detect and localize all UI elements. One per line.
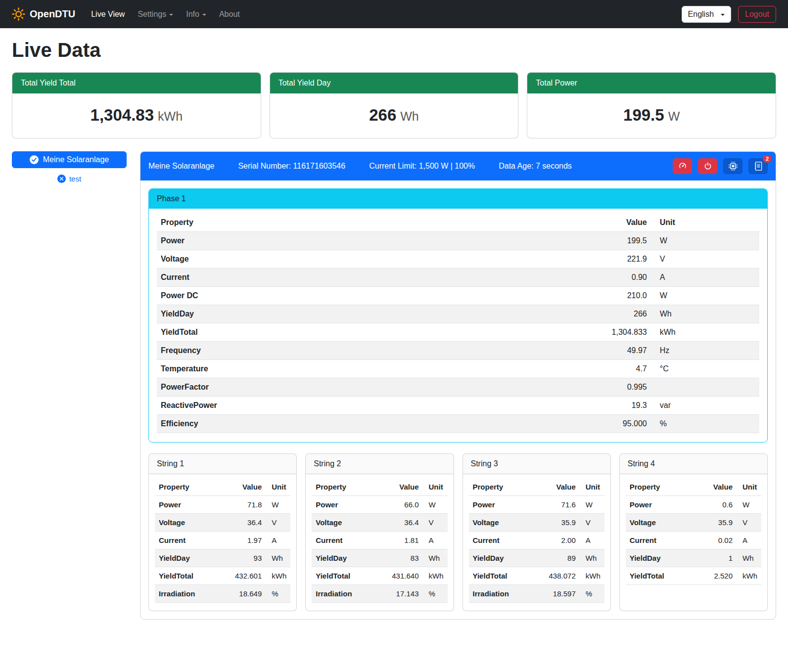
summary-card-yield-day: Total Yield Day 266Wh — [270, 72, 519, 138]
table-header-row: Property Value Unit — [312, 478, 447, 496]
table-header-row: Property Value Unit — [626, 478, 761, 496]
value-cell: 36.4 — [374, 514, 423, 532]
property-cell: ReactivePower — [157, 397, 453, 415]
unit-cell: % — [423, 585, 448, 603]
phase-body: Property Value Unit Power199.5WVoltage22… — [149, 209, 767, 442]
table-row: Power71.8W — [155, 496, 290, 514]
inverter-button-meine-solaranlage[interactable]: Meine Solaranlage — [12, 151, 127, 168]
content-row: Meine Solaranlage test Meine Solaranlage… — [12, 151, 776, 620]
unit-cell: A — [651, 269, 759, 287]
string-card-1: String 1 Property Value Unit Power71.8WV… — [148, 453, 297, 611]
phase-table: Property Value Unit Power199.5WVoltage22… — [157, 214, 759, 433]
string-title: String 1 — [149, 454, 296, 474]
table-row: Current0.02A — [626, 532, 761, 549]
property-cell: YieldDay — [626, 549, 694, 567]
unit-cell: kWh — [737, 567, 761, 585]
inverter-serial: Serial Number: 116171603546 — [238, 162, 345, 171]
inverter-limit: Current Limit: 1,500 W | 100% — [369, 162, 475, 171]
nav-item-about[interactable]: About — [214, 6, 245, 23]
inverter-list: Meine Solaranlage test — [12, 151, 127, 183]
inverter-data-age: Data Age: 7 seconds — [499, 162, 572, 171]
value-cell: 18.649 — [217, 585, 266, 603]
main-content: Live Data Total Yield Total 1,304.83kWh … — [0, 28, 788, 632]
value-cell: 93 — [217, 549, 266, 567]
table-row: ReactivePower19.3var — [157, 397, 759, 415]
unit-cell: Wh — [737, 549, 761, 567]
value-cell: 1,304.833 — [453, 323, 651, 342]
event-log-button[interactable]: 2 — [748, 158, 768, 174]
property-cell: Voltage — [626, 514, 694, 532]
nav-item-settings[interactable]: Settings — [133, 6, 178, 23]
value-cell: 438.072 — [531, 567, 580, 585]
unit-cell: A — [266, 532, 290, 549]
table-row: Irradiation18.649% — [155, 585, 290, 603]
value-cell: 71.8 — [217, 496, 266, 514]
string-card-4: String 4 Property Value Unit Power0.6WVo… — [619, 453, 768, 611]
property-cell: Power — [312, 496, 374, 514]
value-cell: 89 — [531, 549, 580, 567]
value-cell: 18.597 — [531, 585, 580, 603]
device-info-button[interactable] — [723, 158, 742, 174]
property-cell: YieldTotal — [312, 567, 374, 585]
inverter-item-test[interactable]: test — [12, 175, 127, 183]
property-cell: Power — [157, 232, 453, 250]
nav-item-label: About — [219, 10, 240, 19]
summary-unit: W — [668, 109, 680, 123]
chevron-down-icon — [169, 14, 173, 16]
property-cell: Voltage — [157, 250, 453, 269]
unit-cell: W — [651, 232, 759, 250]
table-row: Voltage221.9V — [157, 250, 759, 269]
column-header-value: Value — [217, 478, 266, 496]
table-row: Efficiency95.000% — [157, 415, 759, 433]
value-cell: 0.90 — [453, 269, 651, 287]
unit-cell: V — [580, 514, 604, 532]
nav-item-info[interactable]: Info — [181, 6, 211, 23]
property-cell: Current — [157, 269, 453, 287]
nav-right: English Logout — [682, 6, 776, 23]
unit-cell: Wh — [266, 549, 290, 567]
value-cell: 2.520 — [693, 567, 737, 585]
summary-card-body: 199.5W — [527, 93, 776, 138]
column-header-property: Property — [312, 478, 374, 496]
unit-cell: % — [580, 585, 604, 603]
power-button[interactable] — [698, 158, 717, 174]
unit-cell: W — [423, 496, 448, 514]
string-body: Property Value Unit Power0.6WVoltage35.9… — [620, 474, 767, 593]
property-cell: Voltage — [155, 514, 217, 532]
column-header-value: Value — [531, 478, 580, 496]
table-row: Current1.97A — [155, 532, 290, 549]
unit-cell: V — [737, 514, 761, 532]
nav-item-live-view[interactable]: Live View — [86, 6, 130, 23]
property-cell: YieldDay — [312, 549, 374, 567]
property-cell: Irradiation — [469, 585, 531, 603]
phase-card: Phase 1 Property Value Unit Power199.5WV… — [148, 188, 768, 443]
nav-item-label: Settings — [138, 10, 166, 19]
journal-icon — [754, 162, 763, 171]
unit-cell: kWh — [423, 567, 448, 585]
unit-cell: °C — [651, 360, 759, 378]
value-cell: 1.97 — [217, 532, 266, 549]
value-cell: 0.995 — [453, 378, 651, 397]
property-cell: Power DC — [157, 287, 453, 305]
property-cell: Current — [626, 532, 694, 549]
language-select[interactable]: English — [682, 6, 731, 23]
limit-settings-button[interactable] — [673, 158, 692, 174]
string-title: String 3 — [463, 454, 610, 474]
property-cell: Irradiation — [312, 585, 374, 603]
column-header-property: Property — [469, 478, 531, 496]
string-title: String 2 — [306, 454, 453, 474]
value-cell: 1 — [693, 549, 737, 567]
table-row: Current2.00A — [469, 532, 604, 549]
table-row: YieldTotal2.520kWh — [626, 567, 761, 585]
value-cell: 36.4 — [217, 514, 266, 532]
property-cell: Current — [155, 532, 217, 549]
summary-card-yield-total: Total Yield Total 1,304.83kWh — [12, 72, 261, 138]
logout-button[interactable]: Logout — [738, 6, 776, 23]
string-table: Property Value Unit Power66.0WVoltage36.… — [312, 478, 447, 603]
inverter-button-label: Meine Solaranlage — [43, 155, 109, 164]
string-body: Property Value Unit Power71.6WVoltage35.… — [463, 474, 610, 611]
unit-cell: Wh — [580, 549, 604, 567]
brand[interactable]: OpenDTU — [12, 7, 75, 21]
table-header-row: Property Value Unit — [155, 478, 290, 496]
inverter-card: Meine Solaranlage Serial Number: 1161716… — [140, 151, 776, 620]
